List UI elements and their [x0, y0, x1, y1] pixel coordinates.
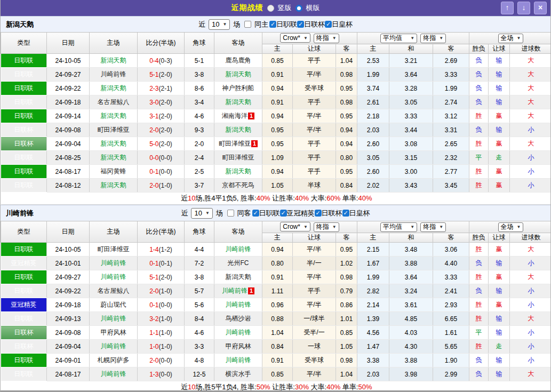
- match-date: 24-09-13: [47, 312, 90, 326]
- handicap-line: 受半球: [293, 354, 336, 367]
- match-date: 24-09-27: [47, 68, 90, 82]
- league-checkbox[interactable]: [252, 210, 259, 217]
- result-winloss: 胜: [469, 340, 489, 354]
- match-count-select[interactable]: 10▼: [209, 19, 230, 30]
- avg-home-odds: 2.53: [357, 54, 389, 68]
- avg-final-select[interactable]: 终指▼: [420, 222, 446, 232]
- result-winloss: 平: [469, 326, 489, 340]
- team-name-text: 新潟天鹅: [226, 98, 251, 106]
- odds-final-select[interactable]: 终指▼: [314, 34, 339, 43]
- match-score: 0-0(0-0): [138, 151, 185, 165]
- corner-score: 3-8: [185, 68, 214, 82]
- close-button[interactable]: ×: [534, 2, 547, 14]
- handicap-away-odds: 1.04: [336, 367, 357, 381]
- team2-name: 川崎前锋: [6, 209, 34, 218]
- handicap-away-odds: 0.98: [336, 68, 357, 82]
- avg-home-odds: 3.74: [357, 82, 389, 95]
- handicap-line: 受半球: [293, 82, 336, 95]
- team-name-text: 新潟天鹅: [226, 273, 251, 281]
- fulltime-group-header: 全场▼: [469, 33, 551, 44]
- competition-badge: 日职联: [1, 165, 47, 179]
- col-let-home: 主: [262, 44, 293, 54]
- avg-away-odds: 3.31: [433, 123, 469, 137]
- result-handicap: 输: [489, 284, 510, 298]
- away-team: 川崎前锋: [214, 354, 262, 367]
- league-checkbox[interactable]: [342, 210, 349, 217]
- competition-badge: 日联杯: [1, 326, 47, 340]
- away-team: 川崎前锋: [214, 298, 262, 312]
- halftime-score: (2-0): [159, 274, 172, 281]
- handicap-away-odds: 1.05: [336, 340, 357, 354]
- col-corner: 角球: [185, 221, 214, 243]
- avg-draw-odds: 3.05: [389, 95, 433, 109]
- competition-badge: 日联杯: [1, 123, 47, 137]
- fulltime-select[interactable]: 全场▼: [498, 34, 524, 43]
- avg-source-select[interactable]: 平均值 ▼: [380, 222, 417, 232]
- vertical-view-radio[interactable]: [267, 5, 274, 12]
- team-name-text: 新潟天鹅: [101, 84, 126, 92]
- halftime-score: (0-0): [159, 154, 172, 162]
- summary-text-run: 单率:: [340, 194, 358, 202]
- move-up-button[interactable]: ↑: [501, 2, 514, 14]
- odds-source-select[interactable]: Crow*▼: [280, 33, 310, 43]
- section-header-team1: 新潟天鹅 近 10▼ 场 同主 日职联日联杯日皇杯: [1, 16, 550, 32]
- competition-badge: 日职联: [1, 243, 47, 257]
- team-name-text: 光州FC: [228, 259, 249, 267]
- result-handicap: 输: [489, 354, 510, 367]
- team-name-text: 川崎前锋: [101, 370, 126, 378]
- league-checkbox[interactable]: [269, 21, 276, 28]
- avg-draw-odds: 3.44: [389, 123, 433, 137]
- team-name-text: 川崎前锋: [226, 301, 251, 308]
- vertical-view-label[interactable]: 竖版: [278, 3, 292, 13]
- league-checkbox[interactable]: [280, 210, 287, 217]
- team-name-text: 新潟天鹅: [101, 140, 126, 147]
- chevron-down-icon: ▼: [517, 225, 521, 229]
- avg-final-select[interactable]: 终指▼: [420, 34, 446, 43]
- home-team: 川崎前锋: [90, 270, 138, 284]
- chevron-down-icon: ▼: [332, 225, 337, 229]
- league-checkbox[interactable]: [297, 21, 304, 28]
- match-score: 1-1(1-0): [138, 326, 185, 340]
- match-row: 日职联24-09-22新潟天鹅2-3(2-1)8-6神户胜利船0.94受半球0.…: [1, 82, 551, 95]
- team-name-text: 名古屋鲸八: [98, 287, 130, 294]
- match-score: 0-1(0-0): [138, 165, 185, 179]
- match-row: 日联杯24-09-04川崎前锋1-0(1-0)3-3甲府风林0.84一球1.05…: [1, 340, 551, 354]
- summary-text-run: 场,胜4平1负5, 胜率:: [196, 194, 257, 202]
- result-handicap: 输: [489, 54, 510, 68]
- result-goals: 大: [510, 270, 551, 284]
- league-checkbox[interactable]: [325, 21, 332, 28]
- corner-score: 9-3: [185, 123, 214, 137]
- horizontal-view-label[interactable]: 横版: [306, 3, 320, 13]
- avg-home-odds: 4.56: [357, 326, 389, 340]
- horizontal-view-radio[interactable]: [296, 5, 302, 12]
- odds-final-select[interactable]: 终指▼: [314, 222, 339, 232]
- halftime-score: (0-0): [159, 301, 172, 309]
- match-row: 日职联24-09-14新潟天鹅3-1(2-0)4-6湘南海洋10.94平/半0.…: [1, 109, 551, 123]
- same-venue-checkbox[interactable]: [244, 21, 251, 28]
- result-winloss: 负: [469, 68, 489, 82]
- match-count-select[interactable]: 10▼: [191, 208, 212, 219]
- same-venue-checkbox[interactable]: [227, 210, 234, 217]
- team-name-text: 新潟天鹅: [101, 57, 126, 64]
- avg-draw-odds: 3.48: [389, 243, 433, 257]
- fulltime-score: 5-1: [149, 274, 158, 281]
- handicap-line: 平手: [293, 165, 336, 179]
- league-checkbox[interactable]: [315, 210, 322, 217]
- fulltime-score: 2-3: [149, 85, 158, 92]
- match-date: 24-09-08: [47, 123, 90, 137]
- odds-source-select[interactable]: Crow*▼: [280, 222, 310, 231]
- competition-badge: 日职联: [1, 354, 47, 367]
- away-team: 新潟天鹅: [214, 68, 262, 82]
- handicap-home-odds: 0.96: [262, 298, 293, 312]
- move-down-button[interactable]: ↓: [517, 2, 530, 14]
- result-goals: 大: [510, 68, 551, 82]
- avg-draw-odds: 3.15: [389, 151, 433, 165]
- avg-home-odds: 2.61: [357, 95, 389, 109]
- fulltime-score: 3-0: [149, 99, 158, 106]
- fulltime-select[interactable]: 全场▼: [498, 222, 524, 232]
- recent-results-panel: 近期战绩 竖版 横版 ↑ ↓ × 新潟天鹅 近 10▼ 场 同主 日职联日联杯日…: [0, 0, 551, 392]
- handicap-line: 平手: [293, 284, 336, 298]
- avg-source-select[interactable]: 平均值 ▼: [380, 34, 417, 43]
- handicap-away-odds: 0.98: [336, 270, 357, 284]
- team2-filters: 近 10▼ 场 同客 日职联亚冠精英日联杯日皇杯: [181, 208, 370, 219]
